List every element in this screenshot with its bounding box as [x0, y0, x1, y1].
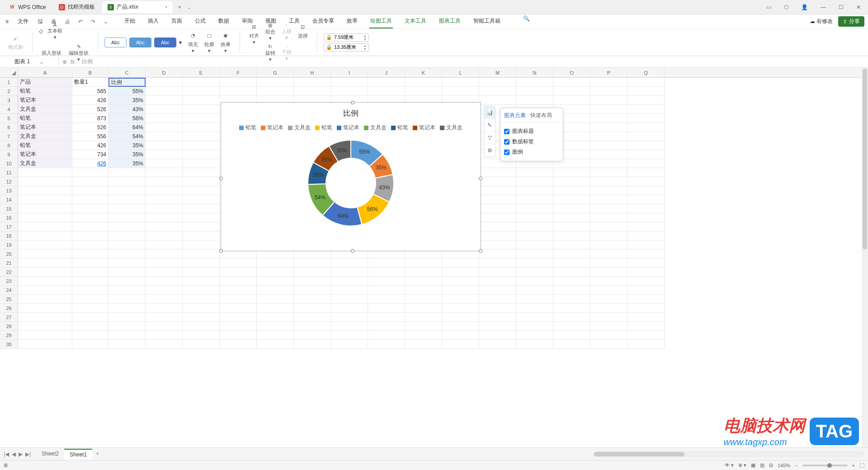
- row-header-4[interactable]: 4: [0, 105, 18, 114]
- cell-P13[interactable]: [590, 186, 627, 195]
- cell-J24[interactable]: [368, 286, 405, 295]
- cell-K25[interactable]: [405, 295, 442, 304]
- cell-P10[interactable]: [590, 159, 627, 168]
- cell-F28[interactable]: [220, 322, 257, 331]
- cell-Q28[interactable]: [627, 322, 665, 331]
- cell-P15[interactable]: [590, 204, 627, 213]
- cell-E4[interactable]: [183, 105, 220, 114]
- cell-L1[interactable]: [442, 78, 479, 87]
- cell-I25[interactable]: [331, 295, 368, 304]
- cell-C21[interactable]: [108, 258, 146, 268]
- cell-H24[interactable]: [294, 286, 331, 295]
- cell-E22[interactable]: [183, 268, 220, 277]
- spin-down[interactable]: ▼: [363, 38, 367, 41]
- sheet-tab-sheet2[interactable]: Sheet2: [36, 449, 64, 460]
- row-header-1[interactable]: 1: [0, 78, 18, 87]
- cell-D10[interactable]: [146, 159, 183, 168]
- resize-handle-w[interactable]: [219, 177, 223, 180]
- sheet-tab-sheet1[interactable]: Sheet1: [64, 449, 92, 460]
- popup-tab-elements[interactable]: 图表元素: [504, 112, 526, 119]
- cell-K21[interactable]: [405, 258, 442, 268]
- cell-N1[interactable]: [516, 78, 553, 87]
- cell-M23[interactable]: [479, 277, 516, 286]
- cell-N3[interactable]: [516, 96, 553, 105]
- col-header-O[interactable]: O: [553, 68, 590, 77]
- legend-item[interactable]: 笔记本: [261, 124, 283, 132]
- cell-B10[interactable]: 426: [72, 159, 108, 168]
- cell-E15[interactable]: [183, 204, 220, 213]
- cell-G24[interactable]: [257, 286, 294, 295]
- cell-B30[interactable]: [72, 340, 108, 349]
- cell-B9[interactable]: 734: [72, 150, 108, 159]
- cell-G28[interactable]: [257, 322, 294, 331]
- cell-O16[interactable]: [553, 213, 590, 222]
- zoom-in-button[interactable]: +: [852, 463, 855, 468]
- data-label[interactable]: 43%: [379, 184, 390, 191]
- cell-D11[interactable]: [146, 168, 183, 177]
- chart-legend[interactable]: 铅笔笔记本文具盒铅笔笔记本文具盒铅笔笔记本文具盒: [221, 122, 481, 133]
- row-header-21[interactable]: 21: [0, 258, 18, 268]
- cell-G23[interactable]: [257, 277, 294, 286]
- cell-B17[interactable]: [72, 222, 108, 231]
- cell-K1[interactable]: [405, 78, 442, 87]
- cell-P12[interactable]: [590, 177, 627, 186]
- cell-J22[interactable]: [368, 268, 405, 277]
- row-header-10[interactable]: 10: [0, 159, 18, 168]
- cell-K26[interactable]: [405, 304, 442, 313]
- cell-K30[interactable]: [405, 340, 442, 349]
- cell-M3[interactable]: [479, 96, 516, 105]
- cell-D13[interactable]: [146, 186, 183, 195]
- cell-P26[interactable]: [590, 304, 627, 313]
- cell-N21[interactable]: [516, 258, 553, 268]
- cell-H25[interactable]: [294, 295, 331, 304]
- legend-item[interactable]: 文具盒: [288, 124, 311, 132]
- cell-M2[interactable]: [479, 87, 516, 96]
- cell-B14[interactable]: [72, 195, 108, 204]
- height-input[interactable]: 🔒 ▲▼: [324, 33, 369, 42]
- cell-A7[interactable]: 文具盒: [18, 132, 72, 141]
- cell-K27[interactable]: [405, 313, 442, 322]
- cell-J2[interactable]: [368, 87, 405, 96]
- cell-D5[interactable]: [146, 114, 183, 123]
- cell-J21[interactable]: [368, 258, 405, 268]
- tab-drawing-tools[interactable]: 绘图工具: [369, 14, 393, 28]
- cell-F26[interactable]: [220, 304, 257, 313]
- cell-A17[interactable]: [18, 222, 72, 231]
- cell-E2[interactable]: [183, 87, 220, 96]
- cell-A20[interactable]: [18, 249, 72, 258]
- cell-B18[interactable]: [72, 231, 108, 240]
- cell-P8[interactable]: [590, 141, 627, 150]
- cell-N28[interactable]: [516, 322, 553, 331]
- cell-L25[interactable]: [442, 295, 479, 304]
- legend-item[interactable]: 铅笔: [391, 124, 408, 132]
- row-header-28[interactable]: 28: [0, 322, 18, 331]
- cell-L28[interactable]: [442, 322, 479, 331]
- cell-Q13[interactable]: [627, 186, 665, 195]
- cell-Q29[interactable]: [627, 331, 665, 340]
- legend-item[interactable]: 铅笔: [315, 124, 332, 132]
- cell-Q11[interactable]: [627, 168, 665, 177]
- cell-L2[interactable]: [442, 87, 479, 96]
- col-header-F[interactable]: F: [220, 68, 257, 77]
- data-label[interactable]: 35%: [336, 147, 347, 154]
- cell-B11[interactable]: [72, 168, 108, 177]
- share-button[interactable]: ⇧ 分享: [838, 16, 864, 27]
- search-icon[interactable]: 🔍: [521, 14, 532, 28]
- cell-B7[interactable]: 556: [72, 132, 108, 141]
- cell-B5[interactable]: 873: [72, 114, 108, 123]
- resize-handle-e[interactable]: [479, 177, 482, 180]
- cell-N12[interactable]: [516, 177, 553, 186]
- cell-O30[interactable]: [553, 340, 590, 349]
- cell-N19[interactable]: [516, 240, 553, 249]
- cell-Q25[interactable]: [627, 295, 665, 304]
- cell-G26[interactable]: [257, 304, 294, 313]
- cell-I1[interactable]: [331, 78, 368, 87]
- cell-J23[interactable]: [368, 277, 405, 286]
- cell-N30[interactable]: [516, 340, 553, 349]
- cell-C17[interactable]: [108, 222, 146, 231]
- cell-F1[interactable]: [220, 78, 257, 87]
- cell-E21[interactable]: [183, 258, 220, 268]
- legend-item[interactable]: 文具盒: [440, 124, 462, 132]
- tab-text-tools[interactable]: 文本工具: [404, 14, 427, 28]
- cell-N16[interactable]: [516, 213, 553, 222]
